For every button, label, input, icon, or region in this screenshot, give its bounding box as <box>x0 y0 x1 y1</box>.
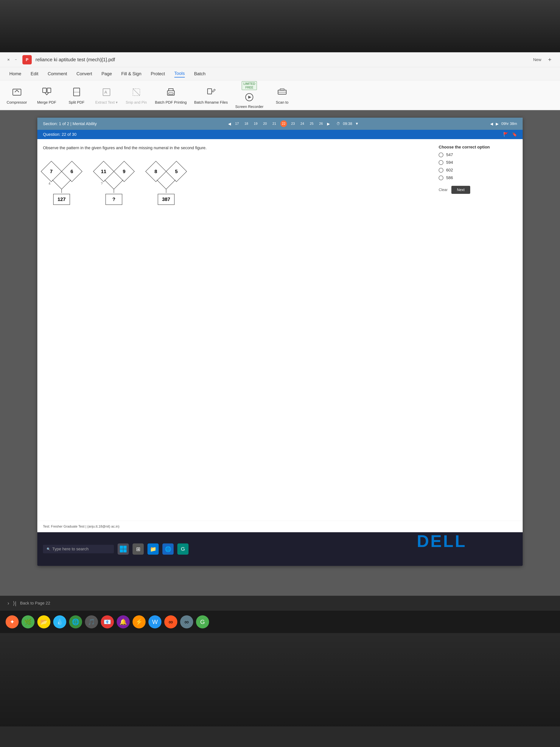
radio-4[interactable] <box>439 176 443 180</box>
tray-icon-9[interactable]: ⚡ <box>133 615 145 628</box>
page-26[interactable]: 26 <box>318 121 324 127</box>
snip-pin-icon <box>130 86 143 99</box>
fig2-result: ? <box>105 194 122 205</box>
clear-button[interactable]: Clear <box>439 188 448 192</box>
close-button[interactable]: ✕ <box>6 57 11 62</box>
tool-batch-rename[interactable]: Batch Rename Files <box>194 86 228 105</box>
next-button[interactable]: Next <box>451 186 470 194</box>
options-list: 547 594 602 586 <box>439 152 517 180</box>
nav-prev-arrow[interactable]: › <box>7 600 9 606</box>
tray-icon-12[interactable]: ∞ <box>180 615 193 628</box>
option-3[interactable]: 602 <box>439 168 517 173</box>
radio-1[interactable] <box>439 153 443 157</box>
svg-text:A: A <box>104 90 107 95</box>
tray-icon-8[interactable]: 🔔 <box>117 615 130 628</box>
split-pdf-icon <box>70 86 83 99</box>
tray-icon-10[interactable]: W <box>149 615 161 628</box>
tray-icon-2[interactable]: 🌿 <box>22 615 34 628</box>
fig1-branches: 4 <box>43 180 80 193</box>
page-24[interactable]: 24 <box>299 121 305 127</box>
bookmark-icon[interactable]: 🔖 <box>512 132 517 137</box>
menu-page[interactable]: Page <box>101 70 112 77</box>
tool-split-pdf[interactable]: Split PDF <box>65 86 88 105</box>
fig2-branches: ? <box>95 180 133 193</box>
page-21[interactable]: 21 <box>271 121 277 127</box>
menu-home[interactable]: Home <box>9 70 21 77</box>
tray-icon-5[interactable]: 🌐 <box>69 615 82 628</box>
tool-batch-rename-label: Batch Rename Files <box>194 100 228 105</box>
fig1-right-diamond: 6 <box>61 161 82 182</box>
tray-icon-4[interactable]: 💧 <box>53 615 66 628</box>
menu-fill-sign[interactable]: Fill & Sign <box>121 70 141 77</box>
page-20[interactable]: 20 <box>262 121 268 127</box>
tool-merge-pdf[interactable]: Merge PDF <box>35 86 58 105</box>
inner-taskbar: 🔍 Type here to search ⊞ 📁 🌐 <box>37 532 523 566</box>
taskview-icon[interactable]: ⊞ <box>133 543 144 555</box>
tool-scan-to[interactable]: Scan to <box>271 86 293 105</box>
tool-screen-recorder[interactable]: LIMITEDFREE Screen Recorder <box>235 81 263 109</box>
tool-batch-printing[interactable]: Batch PDF Printing <box>155 86 187 105</box>
toolbar: Compressor Merge PDF Split PDF A Extract… <box>0 80 560 110</box>
fig1-left-val: 7 <box>50 169 53 175</box>
page-18[interactable]: 18 <box>243 121 249 127</box>
tray-icon-6[interactable]: 🎵 <box>85 615 98 628</box>
tray-icon-7[interactable]: 📧 <box>101 615 114 628</box>
radio-2[interactable] <box>439 160 443 165</box>
radio-3[interactable] <box>439 168 443 173</box>
filter-icon[interactable]: ▼ <box>355 122 359 126</box>
browser-icon[interactable]: 🌐 <box>162 543 174 555</box>
prev-q-btn[interactable]: ◀ <box>490 122 493 126</box>
question-text: Observe the pattern in the given figures… <box>43 145 433 151</box>
tool-snip-pin[interactable]: Snip and Pin <box>125 86 148 105</box>
menu-edit[interactable]: Edit <box>31 70 38 77</box>
svg-rect-11 <box>207 89 212 94</box>
question-content: Observe the pattern in the given figures… <box>37 139 523 216</box>
page-numbers: ◀ 17 18 19 20 21 22 23 24 25 26 ▶ ⏱ 09:3… <box>228 121 359 127</box>
menu-comment[interactable]: Comment <box>48 70 67 77</box>
fig3-top: 8 5 <box>149 164 184 179</box>
section-header: Section: 1 of 2 | Mental Ability ◀ 17 18… <box>37 118 523 130</box>
page-22-active[interactable]: 22 <box>281 121 287 127</box>
menu-convert[interactable]: Convert <box>76 70 92 77</box>
fig3-branches <box>148 180 185 193</box>
flag-icon[interactable]: 🚩 <box>503 132 508 137</box>
tray-icon-3[interactable]: 📂 <box>37 615 50 628</box>
search-box[interactable]: 🔍 Type here to search <box>43 545 114 553</box>
minimize-button[interactable]: − <box>13 57 19 62</box>
tool-compressor[interactable]: Compressor <box>6 86 28 105</box>
figure-group-1: 7 6 4 <box>43 164 80 205</box>
option-4[interactable]: 586 <box>439 175 517 180</box>
menu-batch[interactable]: Batch <box>194 70 206 77</box>
svg-rect-2 <box>47 88 51 93</box>
back-to-page-label[interactable]: Back to Page 22 <box>20 601 50 606</box>
svg-rect-3 <box>74 88 80 96</box>
fig2-left-val: 11 <box>101 169 106 174</box>
figure-group-2: 11 9 ? <box>95 164 133 205</box>
app-icon-2[interactable]: G <box>177 543 189 555</box>
svg-rect-10 <box>168 93 173 95</box>
page-25[interactable]: 25 <box>309 121 315 127</box>
option-2[interactable]: 594 <box>439 160 517 165</box>
fig3-left-val: 8 <box>155 169 157 175</box>
option-2-value: 594 <box>446 160 453 165</box>
page-23[interactable]: 23 <box>290 121 296 127</box>
tray-icon-11[interactable]: ∞ <box>164 615 177 628</box>
menu-tools[interactable]: Tools <box>175 70 185 77</box>
search-icon: 🔍 <box>47 547 50 551</box>
tool-extract-text[interactable]: A Extract Text ▾ <box>95 85 117 105</box>
svg-rect-26 <box>120 546 123 549</box>
file-explorer-icon[interactable]: 📁 <box>148 543 159 555</box>
next-q-btn[interactable]: ▶ <box>496 122 499 126</box>
page-17[interactable]: 17 <box>234 121 240 127</box>
windows-logo <box>119 545 127 553</box>
tray-icon-1[interactable]: ✦ <box>6 615 19 628</box>
new-tab-button[interactable]: + <box>545 55 554 65</box>
windows-icon[interactable] <box>117 543 129 555</box>
option-1[interactable]: 547 <box>439 152 517 157</box>
tray-icon-13[interactable]: G <box>196 615 209 628</box>
figure-container: 7 6 4 <box>43 158 433 210</box>
page-19[interactable]: 19 <box>252 121 259 127</box>
nav-end-arrow[interactable]: ⟩| <box>13 600 16 607</box>
title-bar: ✕ − P reliance ki aptitude test (mech)[1… <box>0 52 560 67</box>
menu-protect[interactable]: Protect <box>151 70 165 77</box>
